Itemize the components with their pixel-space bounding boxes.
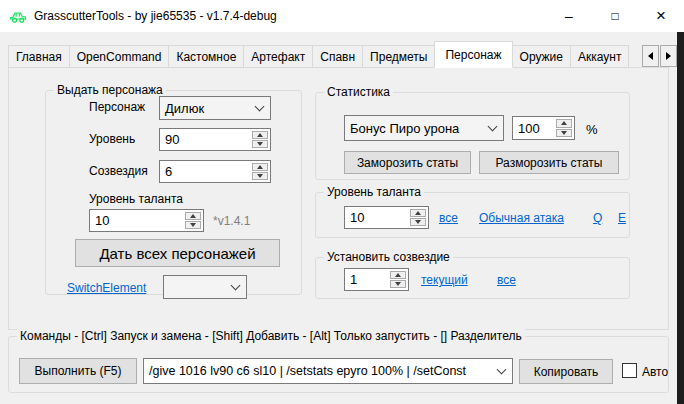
copy-command-label: Копировать — [534, 365, 599, 379]
freeze-stats-label: Заморозить статы — [357, 156, 458, 170]
give-all-characters-button[interactable]: Дать всех персонажей — [75, 239, 280, 267]
group-title: Выдать персонажа — [54, 83, 166, 97]
arrow-up-icon — [257, 133, 263, 137]
tab-scroll-left-button[interactable] — [642, 45, 659, 67]
constellation-value: 6 — [160, 164, 172, 179]
spin-up-button[interactable] — [185, 212, 201, 220]
app-icon — [9, 7, 27, 25]
spin-down-button[interactable] — [252, 140, 268, 148]
tab-scroll-right-button[interactable] — [660, 45, 677, 67]
character-select[interactable]: Дилюк — [159, 96, 271, 120]
copy-command-button[interactable]: Копировать — [519, 359, 613, 384]
tab-glavnaya[interactable]: Главная — [8, 45, 70, 68]
tab-oruzhie[interactable]: Оружие — [512, 45, 571, 68]
chevron-down-icon — [488, 122, 498, 132]
talent-label: Уровень таланта — [89, 192, 183, 206]
talent-q-link[interactable]: Q — [593, 211, 602, 225]
chevron-down-icon — [497, 365, 507, 375]
arrow-up-icon — [561, 121, 567, 125]
arrow-down-icon — [257, 174, 263, 178]
group-talent-level: Уровень таланта 10 все Обычная атака Q E — [315, 192, 630, 238]
titlebar: GrasscutterTools - by jie65535 - v1.7.4-… — [0, 0, 684, 32]
switch-element-select[interactable] — [163, 275, 247, 299]
arrow-down-icon — [561, 131, 567, 135]
tab-opencommand[interactable]: OpenCommand — [69, 45, 170, 68]
constellation-label: Созвездия — [89, 164, 148, 178]
spin-up-button[interactable] — [252, 131, 268, 139]
group-give-character: Выдать персонажа Персонаж Дилюк Уровень … — [45, 90, 302, 295]
arrow-down-icon — [190, 223, 196, 227]
tab-kastomnoe[interactable]: Кастомное — [168, 45, 244, 68]
run-command-label: Выполнить (F5) — [35, 364, 122, 378]
level-value: 90 — [160, 132, 179, 147]
constellation-all-link[interactable]: все — [497, 273, 516, 287]
group-statistics: Статистика Бонус Пиро урона 100 % Заморо… — [315, 92, 630, 180]
freeze-stats-button[interactable]: Заморозить статы — [344, 151, 471, 174]
set-constellation-value: 1 — [345, 272, 357, 287]
spin-up-button[interactable] — [410, 209, 426, 217]
minimize-button[interactable]: – — [546, 0, 592, 32]
window-title: GrasscutterTools - by jie65535 - v1.7.4-… — [34, 0, 277, 32]
tab-predmety[interactable]: Предметы — [362, 45, 435, 68]
command-input[interactable]: /give 1016 lv90 c6 sl10 | /setstats epyr… — [143, 358, 513, 384]
talent-value: 10 — [90, 213, 109, 228]
tab-spavn[interactable]: Спавн — [312, 45, 363, 68]
arrow-up-icon — [395, 273, 401, 277]
level-spinner[interactable]: 90 — [159, 128, 271, 151]
tab-personazh[interactable]: Персонаж — [434, 41, 512, 68]
tab-artefakt[interactable]: Артефакт — [243, 45, 313, 68]
group-title: Уровень таланта — [324, 185, 424, 199]
percent-label: % — [586, 122, 598, 137]
character-label: Персонаж — [89, 100, 145, 114]
talent-level-spinner[interactable]: 10 — [344, 206, 429, 229]
stat-percent-value: 100 — [513, 121, 540, 136]
minimize-icon: – — [565, 8, 573, 24]
group-title: Установить созвездие — [324, 250, 453, 264]
talent-normal-attack-link[interactable]: Обычная атака — [479, 211, 564, 225]
set-constellation-spinner[interactable]: 1 — [344, 268, 409, 291]
spin-up-button[interactable] — [556, 119, 572, 128]
auto-checkbox[interactable] — [622, 363, 637, 378]
spin-down-button[interactable] — [410, 218, 426, 226]
spin-up-button[interactable] — [252, 163, 268, 171]
group-commands: Команды - [Ctrl] Запуск и замена - [Shif… — [8, 336, 669, 393]
arrow-up-icon — [415, 211, 421, 215]
arrow-up-icon — [190, 214, 196, 218]
stat-percent-spinner[interactable]: 100 — [512, 116, 575, 140]
spin-down-button[interactable] — [185, 221, 201, 229]
talent-e-link[interactable]: E — [618, 211, 626, 225]
arrow-down-icon — [415, 220, 421, 224]
stat-select[interactable]: Бонус Пиро урона — [344, 115, 504, 141]
give-all-characters-label: Дать всех персонажей — [99, 245, 255, 262]
talent-all-link[interactable]: все — [439, 211, 458, 225]
talent-level-value: 10 — [345, 210, 364, 225]
character-select-value: Дилюк — [160, 101, 226, 116]
talent-spinner[interactable]: 10 — [89, 209, 204, 232]
spin-up-button[interactable] — [390, 271, 406, 279]
background-edge — [677, 32, 684, 404]
arrow-down-icon — [395, 282, 401, 286]
auto-checkbox-label: Авто — [642, 365, 668, 379]
close-button[interactable]: × — [638, 0, 684, 32]
tab-akkaunt[interactable]: Аккаунт — [570, 45, 629, 68]
maximize-icon: □ — [611, 9, 618, 23]
arrow-up-icon — [257, 165, 263, 169]
close-icon: × — [656, 6, 666, 26]
tab-strip: Главная OpenCommand Кастомное Артефакт С… — [8, 41, 670, 68]
level-label: Уровень — [89, 132, 135, 146]
spin-down-button[interactable] — [556, 129, 572, 138]
unfreeze-stats-button[interactable]: Разморозить статы — [479, 151, 619, 174]
switch-element-link[interactable]: SwitchElement — [67, 281, 146, 295]
stat-select-value: Бонус Пиро урона — [345, 121, 481, 136]
window-controls: – □ × — [546, 0, 684, 32]
constellation-current-link[interactable]: текущий — [421, 273, 468, 287]
chevron-down-icon — [231, 281, 241, 291]
maximize-button[interactable]: □ — [592, 0, 638, 32]
spin-down-button[interactable] — [252, 172, 268, 180]
constellation-spinner[interactable]: 6 — [159, 160, 271, 183]
run-command-button[interactable]: Выполнить (F5) — [19, 358, 137, 384]
spin-down-button[interactable] — [390, 280, 406, 288]
command-input-value: /give 1016 lv90 c6 sl10 | /setstats epyr… — [144, 364, 488, 378]
version-note: *v1.4.1 — [213, 214, 250, 228]
arrow-right-icon — [666, 52, 671, 60]
